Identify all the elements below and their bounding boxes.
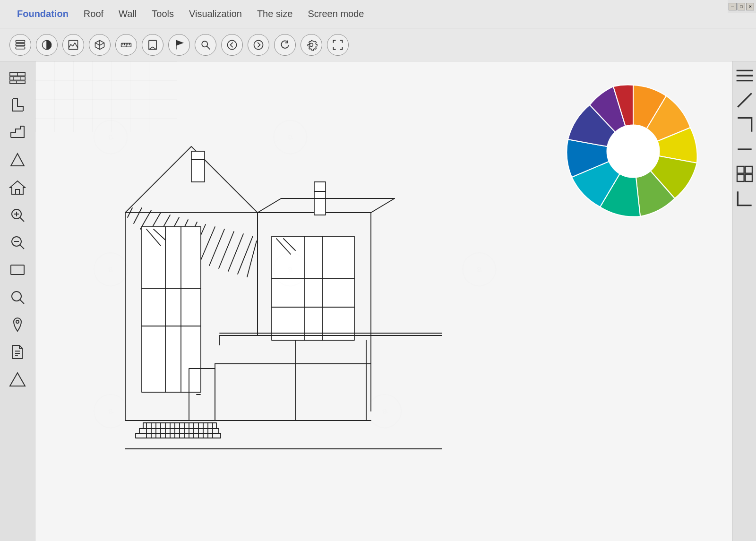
house-sketch <box>64 90 442 468</box>
layers-tool[interactable] <box>9 34 31 56</box>
contrast-tool[interactable] <box>36 34 58 56</box>
brick-wall-tool[interactable] <box>6 66 29 90</box>
svg-line-48 <box>738 93 751 107</box>
fullscreen-tool[interactable] <box>327 34 349 56</box>
svg-text:a: a <box>475 264 483 274</box>
svg-line-127 <box>258 198 281 213</box>
menu-roof[interactable]: Roof <box>76 5 111 23</box>
svg-line-128 <box>371 198 395 213</box>
svg-line-39 <box>20 300 24 304</box>
menu-wall[interactable]: Wall <box>111 5 144 23</box>
h-line-tool[interactable] <box>735 140 754 159</box>
corner-bottom-tool[interactable] <box>735 189 754 208</box>
svg-rect-0 <box>16 40 25 42</box>
svg-rect-53 <box>745 174 752 181</box>
forward-tool[interactable] <box>248 34 269 56</box>
back-tool[interactable] <box>221 34 243 56</box>
flag-tool[interactable] <box>168 34 190 56</box>
svg-line-31 <box>20 217 24 222</box>
cube-tool[interactable] <box>89 34 111 56</box>
svg-marker-28 <box>10 181 25 194</box>
ruler-tool[interactable] <box>115 34 137 56</box>
step-shape-tool[interactable] <box>6 121 29 145</box>
svg-rect-2 <box>16 47 25 49</box>
pin-tool[interactable] <box>6 313 29 336</box>
menu-visualization[interactable]: Visualization <box>181 5 249 23</box>
menu-tools[interactable]: Tools <box>144 5 181 23</box>
menu-screen-mode[interactable]: Screen mode <box>301 5 372 23</box>
corner-tool[interactable] <box>142 34 163 56</box>
svg-point-17 <box>227 40 236 49</box>
diagonal-line-tool[interactable] <box>735 91 754 110</box>
search-tool[interactable] <box>195 34 216 56</box>
left-sidebar <box>0 61 35 541</box>
rectangle-tool[interactable] <box>6 258 29 282</box>
svg-marker-44 <box>10 373 25 386</box>
svg-marker-14 <box>176 40 183 45</box>
menu-the-size[interactable]: The size <box>249 5 301 23</box>
settings-tool[interactable] <box>301 34 322 56</box>
grid-layout-tool[interactable] <box>735 164 754 183</box>
svg-rect-22 <box>10 81 25 83</box>
right-sidebar <box>732 61 756 541</box>
svg-marker-27 <box>11 154 24 166</box>
zoom-in-tool[interactable] <box>6 203 29 227</box>
svg-point-15 <box>202 41 207 47</box>
svg-point-40 <box>16 320 19 323</box>
svg-point-139 <box>459 249 499 290</box>
svg-rect-75 <box>191 151 205 182</box>
svg-rect-21 <box>10 77 25 80</box>
house-tool[interactable] <box>6 176 29 199</box>
svg-rect-50 <box>737 166 744 173</box>
svg-point-18 <box>254 40 263 49</box>
svg-line-61 <box>134 208 142 223</box>
refresh-tool[interactable] <box>274 34 296 56</box>
zoom-out-tool[interactable] <box>6 231 29 254</box>
l-shape-tool[interactable] <box>6 94 29 117</box>
svg-line-35 <box>20 245 24 249</box>
menu-lines-tool[interactable] <box>735 66 754 85</box>
svg-point-19 <box>310 43 313 46</box>
document-tool[interactable] <box>6 340 29 364</box>
svg-rect-51 <box>745 166 752 173</box>
svg-rect-29 <box>16 189 19 194</box>
svg-line-16 <box>207 46 210 49</box>
svg-rect-37 <box>11 265 24 275</box>
menu-foundation[interactable]: Foundation <box>9 5 76 23</box>
warning-triangle-tool[interactable] <box>6 368 29 391</box>
triangle-tool[interactable] <box>6 148 29 172</box>
title-bar: ─ □ ✕ <box>728 0 756 13</box>
landscape-tool[interactable] <box>62 34 84 56</box>
watermark-5: a <box>456 246 503 296</box>
svg-rect-93 <box>272 236 354 340</box>
svg-rect-12 <box>149 40 156 49</box>
svg-rect-86 <box>142 227 201 392</box>
main-canvas: a a a a a a a <box>35 61 732 541</box>
corner-right-tool[interactable] <box>735 115 754 134</box>
svg-point-55 <box>607 125 659 177</box>
color-wheel[interactable] <box>558 76 709 227</box>
svg-rect-1 <box>16 43 25 45</box>
toolbar <box>0 28 756 61</box>
minimize-button[interactable]: ─ <box>729 3 737 10</box>
maximize-button[interactable]: □ <box>738 3 746 10</box>
zoom-search-tool[interactable] <box>6 285 29 309</box>
close-button[interactable]: ✕ <box>746 3 754 10</box>
menu-bar: Foundation Roof Wall Tools Visualization… <box>0 0 756 28</box>
svg-rect-52 <box>737 174 744 181</box>
